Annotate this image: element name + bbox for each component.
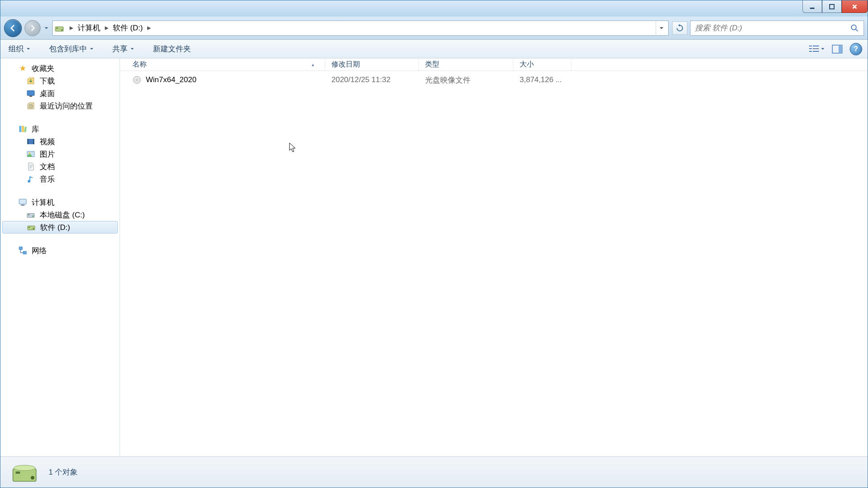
svg-rect-7 <box>813 46 819 46</box>
nav-history-dropdown[interactable] <box>43 19 50 37</box>
network-icon <box>18 246 27 255</box>
file-list[interactable]: Win7x64_2020 2020/12/25 11:32 光盘映像文件 3,8… <box>120 71 868 456</box>
search-input[interactable] <box>695 24 850 33</box>
sidebar-recent[interactable]: 最近访问的位置 <box>0 100 120 112</box>
window-controls <box>802 0 868 13</box>
sidebar-videos[interactable]: 视频 <box>0 135 120 148</box>
computer-icon <box>18 198 27 207</box>
computer-label: 计算机 <box>32 197 54 208</box>
new-folder-button[interactable]: 新建文件夹 <box>150 42 194 56</box>
share-label: 共享 <box>112 44 128 54</box>
breadcrumb-sep: ▶ <box>147 25 151 31</box>
refresh-button[interactable] <box>672 21 687 35</box>
sidebar-downloads[interactable]: 下载 <box>0 75 120 87</box>
drive-large-icon <box>11 460 38 485</box>
file-name: Win7x64_2020 <box>146 75 196 84</box>
svg-rect-28 <box>27 213 34 217</box>
recent-icon <box>26 101 35 110</box>
preview-pane-button[interactable] <box>831 43 843 55</box>
include-label: 包含到库中 <box>49 44 87 54</box>
svg-rect-21 <box>27 139 29 144</box>
breadcrumb-drive-d[interactable]: 软件 (D:) <box>111 22 145 34</box>
svg-rect-35 <box>23 251 26 254</box>
file-row[interactable]: Win7x64_2020 2020/12/25 11:32 光盘映像文件 3,8… <box>120 73 868 87</box>
navigation-row: ▶ 计算机 ▶ 软件 (D:) ▶ <box>0 17 868 40</box>
network-label: 网络 <box>32 246 47 256</box>
search-box[interactable] <box>690 21 864 36</box>
column-header-date[interactable]: 修改日期 <box>325 58 419 71</box>
toolbar: 组织 包含到库中 共享 新建文件夹 ? <box>0 40 868 58</box>
sidebar-libraries[interactable]: 库 <box>0 123 120 135</box>
title-bar <box>0 0 868 17</box>
back-button[interactable] <box>4 19 22 37</box>
column-header-size[interactable]: 大小 <box>513 58 571 71</box>
pictures-label: 图片 <box>40 149 55 159</box>
maximize-button[interactable] <box>822 0 842 13</box>
include-in-library-button[interactable]: 包含到库中 <box>46 42 96 56</box>
forward-button[interactable] <box>25 20 41 36</box>
view-options-button[interactable] <box>809 45 825 53</box>
svg-rect-29 <box>28 214 29 215</box>
drive-icon <box>54 23 64 33</box>
sidebar-desktop[interactable]: 桌面 <box>0 87 120 100</box>
svg-rect-13 <box>839 45 842 53</box>
svg-rect-0 <box>810 8 814 9</box>
svg-rect-9 <box>813 48 819 49</box>
svg-rect-14 <box>27 91 34 96</box>
star-icon: ★ <box>18 64 27 73</box>
drive-c-label: 本地磁盘 (C:) <box>40 210 85 220</box>
svg-rect-34 <box>19 247 22 250</box>
col-type-label: 类型 <box>425 60 439 69</box>
sort-indicator: ▴ <box>312 62 318 67</box>
column-header-type[interactable]: 类型 <box>419 58 513 71</box>
iso-file-icon <box>132 75 141 84</box>
libraries-label: 库 <box>32 124 39 134</box>
svg-rect-6 <box>809 46 812 46</box>
svg-rect-22 <box>33 139 34 144</box>
sidebar-favorites[interactable]: ★ 收藏夹 <box>0 62 120 75</box>
svg-point-24 <box>29 152 30 154</box>
svg-rect-31 <box>28 226 35 230</box>
sidebar-drive-c[interactable]: 本地磁盘 (C:) <box>0 209 120 221</box>
pictures-icon <box>26 150 35 158</box>
organize-button[interactable]: 组织 <box>6 42 33 56</box>
column-header-name[interactable]: 名称 ▴ <box>120 58 325 71</box>
svg-point-33 <box>33 228 34 229</box>
breadcrumb-computer[interactable]: 计算机 <box>76 22 102 34</box>
svg-rect-11 <box>813 51 819 52</box>
drive-d-label: 软件 (D:) <box>40 222 70 233</box>
col-date-label: 修改日期 <box>331 60 360 69</box>
drive-c-icon <box>26 210 35 219</box>
sidebar-pictures[interactable]: 图片 <box>0 148 120 160</box>
file-type: 光盘映像文件 <box>419 75 513 85</box>
share-button[interactable]: 共享 <box>110 42 137 56</box>
svg-rect-32 <box>29 227 30 228</box>
navigation-pane: ★ 收藏夹 下载 桌面 最近访问的位置 <box>0 58 120 456</box>
downloads-label: 下载 <box>40 76 55 86</box>
close-button[interactable] <box>842 0 868 13</box>
address-bar[interactable]: ▶ 计算机 ▶ 软件 (D:) ▶ <box>52 21 669 36</box>
sidebar-drive-d[interactable]: 软件 (D:) <box>2 221 118 234</box>
help-button[interactable]: ? <box>850 43 862 55</box>
address-dropdown[interactable] <box>656 21 666 35</box>
sidebar-computer[interactable]: 计算机 <box>0 196 120 209</box>
svg-rect-18 <box>22 126 24 132</box>
svg-point-5 <box>851 25 856 29</box>
file-date: 2020/12/25 11:32 <box>325 75 419 84</box>
svg-rect-39 <box>16 471 20 474</box>
status-bar: 1 个对象 <box>0 456 868 488</box>
sidebar-network[interactable]: 网络 <box>0 244 120 257</box>
svg-rect-1 <box>830 4 834 9</box>
desktop-label: 桌面 <box>40 88 55 99</box>
col-name-label: 名称 <box>132 60 147 69</box>
svg-point-25 <box>28 180 30 183</box>
minimize-button[interactable] <box>802 0 822 13</box>
col-size-label: 大小 <box>520 60 534 69</box>
svg-rect-17 <box>19 126 21 132</box>
sidebar-documents[interactable]: 文档 <box>0 160 120 173</box>
sidebar-music[interactable]: 音乐 <box>0 173 120 185</box>
breadcrumb-sep: ▶ <box>70 25 73 31</box>
videos-label: 视频 <box>40 137 55 147</box>
explorer-window: ▶ 计算机 ▶ 软件 (D:) ▶ 组织 <box>0 0 868 488</box>
svg-point-37 <box>136 79 138 81</box>
